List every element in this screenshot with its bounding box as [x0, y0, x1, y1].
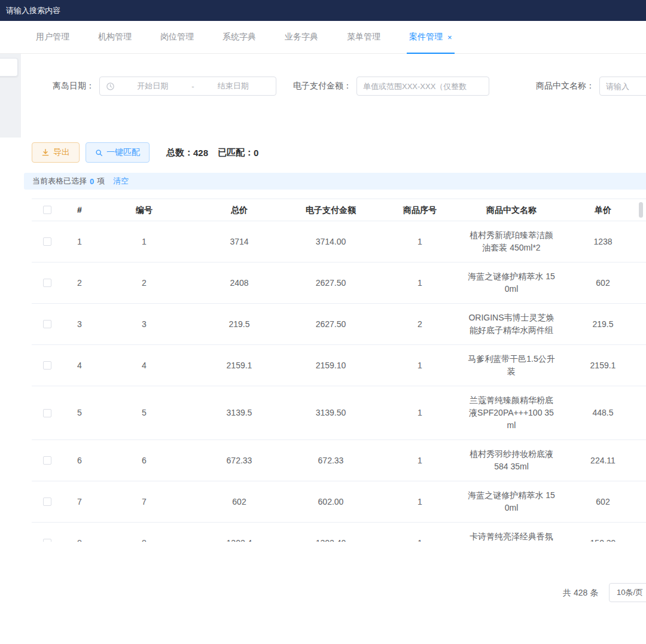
cell-index: 7 — [63, 496, 96, 508]
product-name-input[interactable] — [599, 77, 646, 96]
clock-icon — [106, 82, 115, 91]
tab-label: 系统字典 — [223, 32, 256, 42]
search-icon — [95, 149, 103, 157]
date-filter: 离岛日期： 开始日期 - 结束日期 — [53, 77, 276, 96]
cell-product-name: 卡诗菁纯亮泽经典香氛油 — [465, 530, 558, 542]
tab-user-management[interactable]: 用户管理 — [36, 21, 69, 54]
header-index: # — [63, 204, 96, 216]
cell-index: 3 — [63, 318, 96, 331]
header-number: 编号 — [96, 204, 192, 216]
cell-index: 8 — [63, 537, 96, 542]
tab-org-management[interactable]: 机构管理 — [98, 21, 132, 54]
row-checkbox[interactable] — [43, 237, 51, 246]
selection-suffix: 项 — [97, 176, 105, 187]
page-size-value: 10条/页 — [617, 587, 643, 598]
date-range-separator: - — [189, 82, 196, 91]
cell-number: 8 — [96, 537, 192, 542]
cell-number: 1 — [96, 236, 192, 248]
start-date-input[interactable]: 开始日期 — [116, 81, 189, 91]
cell-index: 1 — [63, 236, 96, 248]
header-product-serial: 商品序号 — [375, 204, 465, 216]
cell-epayment: 3714.00 — [287, 236, 375, 248]
download-icon — [41, 148, 50, 157]
row-checkbox[interactable] — [43, 456, 51, 465]
select-all-checkbox[interactable] — [43, 206, 51, 214]
cell-product-serial: 1 — [375, 496, 465, 508]
header-epayment: 电子支付金额 — [287, 204, 375, 216]
tab-position-management[interactable]: 岗位管理 — [160, 21, 194, 54]
cell-number: 2 — [96, 277, 192, 289]
cell-unit-price: 1238 — [558, 236, 646, 248]
close-icon[interactable]: × — [447, 33, 452, 41]
cell-epayment: 2627.50 — [287, 318, 375, 331]
row-checkbox[interactable] — [43, 361, 51, 370]
tab-system-dictionary[interactable]: 系统字典 — [223, 21, 256, 54]
cell-product-name: 马爹利蓝带干邑1.5公升装 — [465, 353, 558, 378]
table-row: 6 6 672.33 672.33 1 植村秀羽纱持妆粉底液 584 35ml … — [32, 440, 646, 481]
cell-index: 5 — [63, 407, 96, 419]
cell-product-name: 植村秀羽纱持妆粉底液 584 35ml — [465, 448, 558, 473]
cell-total-price: 219.5 — [192, 318, 287, 331]
tab-business-dictionary[interactable]: 业务字典 — [285, 21, 318, 54]
table-row: 8 8 1302.4 1302.40 1 卡诗菁纯亮泽经典香氛油 150.39 — [32, 523, 646, 542]
tab-menu-management[interactable]: 菜单管理 — [347, 21, 380, 54]
cell-unit-price: 219.5 — [558, 318, 646, 331]
selection-count: 0 — [87, 177, 97, 186]
data-table: # 编号 总价 电子支付金额 商品序号 商品中文名称 单价 1 1 3714 3… — [32, 199, 646, 542]
cell-total-price: 2159.1 — [192, 359, 287, 372]
page-size-select[interactable]: 10条/页 — [609, 583, 646, 602]
row-checkbox[interactable] — [43, 409, 51, 417]
cell-unit-price: 150.39 — [558, 537, 646, 542]
date-range-picker[interactable]: 开始日期 - 结束日期 — [99, 77, 276, 96]
row-checkbox[interactable] — [43, 539, 51, 542]
cell-number: 7 — [96, 496, 192, 508]
header-search-input[interactable]: 请输入搜索内容 — [0, 0, 60, 21]
tab-label: 业务字典 — [285, 32, 318, 42]
cell-epayment: 2159.10 — [287, 359, 375, 372]
cell-total-price: 3139.5 — [192, 407, 287, 419]
cell-unit-price: 224.11 — [558, 454, 646, 467]
one-click-match-button[interactable]: 一键匹配 — [86, 142, 150, 163]
cell-product-serial: 1 — [375, 277, 465, 289]
product-name-filter: 商品中文名称： — [536, 77, 646, 96]
tab-label: 菜单管理 — [347, 32, 380, 42]
cell-unit-price: 2159.1 — [558, 359, 646, 372]
row-checkbox[interactable] — [43, 279, 51, 287]
collapsed-panel — [0, 58, 18, 77]
toolbar: 导出 一键匹配 总数：428 已匹配：0 — [21, 142, 646, 163]
cell-total-price: 672.33 — [192, 454, 287, 467]
scrollbar-thumb[interactable] — [639, 202, 643, 218]
cell-number: 5 — [96, 407, 192, 419]
cell-unit-price: 602 — [558, 277, 646, 289]
clear-selection-link[interactable]: 清空 — [113, 176, 129, 187]
cell-product-name: 兰蔻菁纯臻颜精华粉底液SPF20PA+++100 35ml — [465, 394, 558, 432]
total-label: 总数： — [166, 147, 193, 158]
export-button[interactable]: 导出 — [32, 142, 80, 163]
tab-label: 用户管理 — [36, 32, 69, 42]
cell-total-price: 3714 — [192, 236, 287, 248]
row-checkbox[interactable] — [43, 320, 51, 328]
end-date-input[interactable]: 结束日期 — [197, 81, 270, 91]
tab-bar: 用户管理 机构管理 岗位管理 系统字典 业务字典 菜单管理 案件管理 × — [0, 21, 646, 54]
topbar: 请输入搜索内容 — [0, 0, 646, 21]
cell-epayment: 672.33 — [287, 454, 375, 467]
table-header-row: # 编号 总价 电子支付金额 商品序号 商品中文名称 单价 — [32, 199, 646, 221]
cell-product-name: ORIGINS韦博士灵芝焕能好底子精华水两件组 — [465, 312, 558, 337]
cell-total-price: 1302.4 — [192, 537, 287, 542]
cell-product-serial: 2 — [375, 318, 465, 331]
cell-product-serial: 1 — [375, 359, 465, 372]
payment-amount-input[interactable] — [356, 77, 489, 96]
cell-unit-price: 602 — [558, 496, 646, 508]
tab-case-management[interactable]: 案件管理 × — [409, 21, 452, 54]
match-button-label: 一键匹配 — [106, 147, 140, 158]
cell-index: 4 — [63, 359, 96, 372]
row-checkbox[interactable] — [43, 498, 51, 506]
cell-epayment: 3139.50 — [287, 407, 375, 419]
table-row: 3 3 219.5 2627.50 2 ORIGINS韦博士灵芝焕能好底子精华水… — [32, 304, 646, 345]
cell-unit-price: 448.5 — [558, 407, 646, 419]
header-total-price: 总价 — [192, 204, 287, 216]
header-unit-price: 单价 — [558, 204, 646, 216]
table-row: 1 1 3714 3714.00 1 植村秀新琥珀臻萃洁颜油套装 450ml*2… — [32, 221, 646, 263]
tab-label: 案件管理 — [409, 32, 443, 42]
filter-row: 离岛日期： 开始日期 - 结束日期 电子支付金额： 商品中文名称： — [21, 77, 646, 96]
